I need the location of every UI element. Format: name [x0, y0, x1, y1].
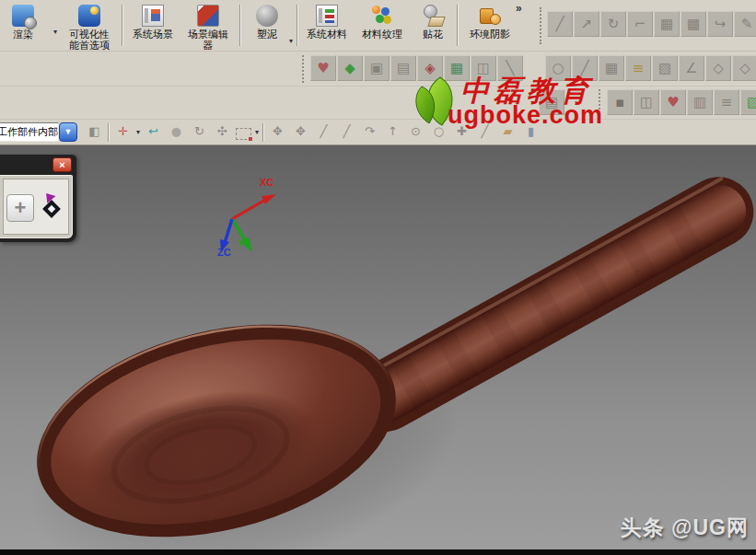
panel-close-button[interactable]: × [52, 157, 72, 172]
selection-bar: 工作部件内部 ▼ ◧✛▾↩●↻✣▾✥✥╱╱↷↑⊙○✚╱▰▮ [0, 120, 756, 145]
single-tool-strip: ▤ [539, 89, 564, 115]
list-tool-icon[interactable]: ≡ [714, 89, 739, 115]
snap-move2-icon[interactable]: ✥ [291, 122, 310, 142]
triad-xc-label: XC [260, 177, 273, 188]
circle-tool-icon[interactable]: ○ [545, 55, 571, 81]
triad-zc-label: ZC [217, 247, 231, 258]
toolbar-drag-handle[interactable] [302, 55, 307, 83]
snap-intersection-icon[interactable]: ✚ [452, 122, 471, 142]
arch-window-icon[interactable]: ◫ [471, 55, 496, 81]
bottom-black-bar [0, 549, 756, 555]
floating-tool-panel[interactable]: × + [0, 154, 76, 242]
selection-filter-icon[interactable]: ✛ [113, 122, 133, 142]
face-tool-icon[interactable]: ▰ [498, 122, 518, 142]
visualize-shape-strip: ♥◆▣▤◈▦◫╲ [310, 55, 523, 81]
favorites-icon[interactable]: ♥ [660, 89, 686, 115]
gem2-tool-icon[interactable]: ◇ [732, 55, 756, 81]
pattern-grid-icon[interactable]: ▦ [654, 11, 680, 37]
system-scene-button[interactable]: 系统场景 [127, 2, 179, 50]
color-grid-icon[interactable]: ▦ [444, 55, 470, 81]
point-dialog-icon[interactable] [41, 194, 65, 222]
studio-display-icon[interactable]: ▤ [390, 55, 416, 81]
columns-tool-icon[interactable]: ◫ [634, 89, 659, 115]
spline-tool-icon[interactable]: ↪ [707, 11, 733, 37]
arc-tool-icon[interactable]: ↻ [600, 11, 626, 37]
toolbar-drag-handle[interactable] [540, 7, 544, 44]
selection-scope-combobox[interactable]: 工作部件内部 [0, 122, 59, 142]
snap-move-icon[interactable]: ✥ [268, 122, 287, 142]
visualization-performance-preferences-button[interactable]: 可视化性能首选项 [61, 2, 118, 50]
gem-tool-icon[interactable]: ◇ [705, 55, 731, 81]
chart-tool-icon[interactable]: ▧ [740, 89, 756, 115]
render-button[interactable]: 渲染 [0, 2, 50, 50]
clay-button[interactable]: 塑泥 [243, 2, 291, 50]
visualization-toolbar-row: ♥◆▣▤◈▦◫╲ ○╱▦≡▧∠◇◇ [0, 52, 756, 87]
shaded-display-icon[interactable]: ◆ [337, 55, 363, 81]
edit-curve-icon[interactable]: ✎ [734, 11, 756, 37]
system-materials-icon [316, 5, 338, 27]
graphics-viewport[interactable]: XC YC ZC 头条 @UG网 [0, 145, 756, 549]
manipulator-icon[interactable]: ✣ [213, 122, 232, 142]
decal-button[interactable]: 贴花 [411, 2, 455, 50]
sphere-tool-icon[interactable]: ● [167, 122, 186, 142]
slash-tool-icon[interactable]: ╱ [572, 55, 598, 81]
rotate-tool-icon[interactable]: ↻ [190, 122, 209, 142]
render-icon [12, 5, 34, 27]
scene-editor-button[interactable]: 场景编辑器 [180, 2, 236, 50]
toolbar-separator [457, 5, 459, 46]
selection-scope-dropdown-button[interactable]: ▼ [59, 122, 77, 142]
dropdown-caret-icon[interactable]: ▾ [255, 128, 259, 136]
triad-yc-label: YC [238, 237, 251, 249]
vector-tool-icon[interactable]: ↗ [574, 11, 599, 37]
diagonal-tool-icon[interactable]: ╲ [497, 55, 523, 81]
dropdown-caret-icon[interactable]: ▾ [136, 128, 140, 136]
clay-dropdown-caret-icon[interactable]: ▾ [289, 37, 293, 45]
environment-shadow-icon [479, 5, 501, 27]
system-scene-label: 系统场景 [133, 29, 173, 40]
back-arrow-icon[interactable]: ↩ [144, 122, 163, 142]
spoon-3d-render[interactable] [0, 145, 756, 549]
stage-curtain-icon[interactable]: ◈ [417, 55, 443, 81]
building-tool-icon[interactable]: ▥ [687, 89, 713, 115]
snap-curve-icon[interactable]: ↷ [360, 122, 379, 142]
system-scene-icon [142, 5, 164, 27]
section-tool-icon[interactable]: ▧ [652, 55, 678, 81]
mini-render-icon[interactable]: ◧ [85, 122, 104, 142]
pattern-fill-icon[interactable]: ▩ [680, 11, 706, 37]
snap-tangent-icon[interactable]: ╱ [475, 122, 494, 142]
material-texture-button[interactable]: 材料纹理 [355, 2, 409, 50]
snap-circle-icon[interactable]: ○ [429, 122, 448, 142]
snap-pole-icon[interactable]: ↑ [383, 122, 402, 142]
toolbar-drag-handle[interactable] [599, 89, 603, 117]
environment-shadow-label: 环境阴影 [470, 29, 510, 40]
material-texture-icon [371, 5, 393, 27]
toolbar-separator [108, 123, 110, 142]
render-label: 渲染 [13, 29, 33, 40]
material-texture-label: 材料纹理 [362, 29, 402, 40]
toolbar-separator [239, 5, 241, 46]
dark-tool-icon[interactable]: ▪ [607, 89, 633, 115]
visualization-performance-label: 可视化性能首选项 [67, 29, 111, 51]
snap-endpoint-icon[interactable]: ╱ [314, 122, 333, 142]
environment-shadow-button[interactable]: 环境阴影 [460, 2, 519, 50]
toolbar-overflow-chevron[interactable]: » [516, 2, 522, 15]
system-materials-button[interactable]: 系统材料 [300, 2, 354, 50]
render-dropdown-caret-icon[interactable]: ▾ [53, 28, 57, 36]
materials-in-part-icon[interactable]: ♥ [310, 55, 336, 81]
angle-tool-icon[interactable]: ∠ [679, 55, 704, 81]
snap-midpoint-icon[interactable]: ╱ [337, 122, 356, 142]
block-tool-icon[interactable]: ▮ [521, 122, 541, 142]
snap-center-icon[interactable]: ⊙ [406, 122, 425, 142]
decal-icon [422, 5, 444, 27]
decal-label: 贴花 [423, 29, 443, 40]
faint-tool-icon[interactable]: ▤ [539, 89, 564, 115]
wireframe-box-icon[interactable]: ▣ [364, 55, 390, 81]
selection-tools-row: ◧✛▾↩●↻✣▾✥✥╱╱↷↑⊙○✚╱▰▮ [85, 122, 541, 142]
constraint-tool-icon[interactable]: ⌐ [627, 11, 653, 37]
table-tool-icon[interactable]: ▦ [599, 55, 624, 81]
toolbar-separator [262, 123, 264, 142]
panel-add-button[interactable]: + [6, 194, 34, 222]
line-tool-icon[interactable]: ╱ [547, 11, 573, 37]
layers-tool-icon[interactable]: ≡ [625, 55, 651, 81]
marquee-select-icon[interactable] [236, 128, 251, 140]
